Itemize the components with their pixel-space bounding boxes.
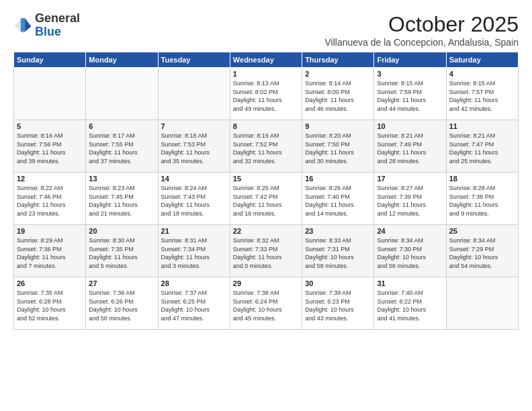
page: General Blue October 2025 Villanueva de …	[0, 0, 532, 411]
calendar-week-3: 19Sunrise: 8:29 AMSunset: 7:36 PMDayligh…	[14, 225, 519, 277]
day-info: Sunrise: 8:30 AMSunset: 7:35 PMDaylight:…	[89, 236, 154, 270]
day-number: 11	[449, 122, 515, 130]
day-number: 21	[161, 227, 227, 235]
day-number: 7	[161, 122, 227, 130]
day-info: Sunrise: 8:15 AMSunset: 7:59 PMDaylight:…	[377, 79, 443, 113]
table-row: 12Sunrise: 8:22 AMSunset: 7:46 PMDayligh…	[14, 173, 86, 225]
logo: General Blue	[13, 12, 80, 39]
day-number: 13	[89, 175, 154, 183]
table-row: 24Sunrise: 8:34 AMSunset: 7:30 PMDayligh…	[374, 225, 446, 277]
day-number: 9	[305, 122, 371, 130]
day-number: 1	[233, 70, 299, 78]
day-info: Sunrise: 8:17 AMSunset: 7:55 PMDaylight:…	[89, 132, 154, 165]
day-number: 29	[233, 279, 299, 287]
table-row: 11Sunrise: 8:21 AMSunset: 7:47 PMDayligh…	[446, 120, 518, 173]
table-row: 8Sunrise: 8:19 AMSunset: 7:52 PMDaylight…	[230, 120, 302, 173]
day-number: 24	[377, 227, 443, 235]
table-row	[158, 68, 230, 120]
day-info: Sunrise: 8:24 AMSunset: 7:43 PMDaylight:…	[161, 184, 227, 218]
logo-text: General Blue	[35, 12, 80, 39]
day-info: Sunrise: 8:33 AMSunset: 7:31 PMDaylight:…	[305, 236, 371, 270]
calendar-week-0: 1Sunrise: 8:13 AMSunset: 8:02 PMDaylight…	[14, 68, 519, 120]
logo-blue: Blue	[35, 25, 61, 38]
day-info: Sunrise: 8:34 AMSunset: 7:30 PMDaylight:…	[377, 236, 443, 270]
day-number: 28	[161, 279, 227, 287]
day-number: 25	[449, 227, 515, 235]
table-row: 2Sunrise: 8:14 AMSunset: 8:00 PMDaylight…	[302, 68, 374, 120]
table-row: 20Sunrise: 8:30 AMSunset: 7:35 PMDayligh…	[86, 225, 158, 277]
table-row: 25Sunrise: 8:34 AMSunset: 7:29 PMDayligh…	[446, 225, 518, 277]
col-wednesday: Wednesday	[230, 52, 302, 68]
table-row	[14, 68, 86, 120]
table-row: 6Sunrise: 8:17 AMSunset: 7:55 PMDaylight…	[86, 120, 158, 173]
day-number: 23	[305, 227, 371, 235]
day-info: Sunrise: 8:28 AMSunset: 7:38 PMDaylight:…	[449, 184, 515, 218]
day-number: 27	[89, 279, 154, 287]
day-info: Sunrise: 8:16 AMSunset: 7:56 PMDaylight:…	[17, 132, 83, 165]
day-info: Sunrise: 8:26 AMSunset: 7:40 PMDaylight:…	[305, 184, 371, 218]
day-number: 10	[377, 122, 443, 130]
table-row: 5Sunrise: 8:16 AMSunset: 7:56 PMDaylight…	[14, 120, 86, 173]
day-info: Sunrise: 8:21 AMSunset: 7:49 PMDaylight:…	[377, 132, 443, 165]
table-row: 16Sunrise: 8:26 AMSunset: 7:40 PMDayligh…	[302, 173, 374, 225]
day-number: 14	[161, 175, 227, 183]
day-info: Sunrise: 8:25 AMSunset: 7:42 PMDaylight:…	[233, 184, 299, 218]
col-thursday: Thursday	[302, 52, 374, 68]
calendar-week-2: 12Sunrise: 8:22 AMSunset: 7:46 PMDayligh…	[14, 173, 519, 225]
col-tuesday: Tuesday	[158, 52, 230, 68]
day-info: Sunrise: 7:36 AMSunset: 6:26 PMDaylight:…	[89, 289, 154, 322]
table-row: 28Sunrise: 7:37 AMSunset: 6:25 PMDayligh…	[158, 277, 230, 330]
day-number: 26	[17, 279, 83, 287]
day-number: 30	[305, 279, 371, 287]
day-number: 16	[305, 175, 371, 183]
table-row: 7Sunrise: 8:18 AMSunset: 7:53 PMDaylight…	[158, 120, 230, 173]
day-number: 18	[449, 175, 515, 183]
calendar: Sunday Monday Tuesday Wednesday Thursday…	[13, 52, 519, 330]
day-number: 6	[89, 122, 154, 130]
logo-general: General	[35, 11, 80, 25]
day-number: 12	[17, 175, 83, 183]
col-monday: Monday	[86, 52, 158, 68]
subtitle: Villanueva de la Concepcion, Andalusia, …	[324, 37, 519, 48]
day-info: Sunrise: 7:39 AMSunset: 6:23 PMDaylight:…	[305, 289, 371, 322]
table-row: 21Sunrise: 8:31 AMSunset: 7:34 PMDayligh…	[158, 225, 230, 277]
month-title: October 2025	[324, 12, 519, 37]
day-number: 2	[305, 70, 371, 78]
day-info: Sunrise: 7:35 AMSunset: 6:28 PMDaylight:…	[17, 289, 83, 322]
day-info: Sunrise: 8:14 AMSunset: 8:00 PMDaylight:…	[305, 79, 371, 113]
day-info: Sunrise: 8:20 AMSunset: 7:50 PMDaylight:…	[305, 132, 371, 165]
table-row: 22Sunrise: 8:32 AMSunset: 7:33 PMDayligh…	[230, 225, 302, 277]
table-row: 3Sunrise: 8:15 AMSunset: 7:59 PMDaylight…	[374, 68, 446, 120]
day-info: Sunrise: 7:37 AMSunset: 6:25 PMDaylight:…	[161, 289, 227, 322]
table-row: 26Sunrise: 7:35 AMSunset: 6:28 PMDayligh…	[14, 277, 86, 330]
table-row: 29Sunrise: 7:38 AMSunset: 6:24 PMDayligh…	[230, 277, 302, 330]
day-info: Sunrise: 8:19 AMSunset: 7:52 PMDaylight:…	[233, 132, 299, 165]
table-row: 14Sunrise: 8:24 AMSunset: 7:43 PMDayligh…	[158, 173, 230, 225]
table-row: 30Sunrise: 7:39 AMSunset: 6:23 PMDayligh…	[302, 277, 374, 330]
title-block: October 2025 Villanueva de la Concepcion…	[324, 12, 519, 48]
header: General Blue October 2025 Villanueva de …	[13, 12, 519, 48]
day-info: Sunrise: 8:29 AMSunset: 7:36 PMDaylight:…	[17, 236, 83, 270]
table-row: 31Sunrise: 7:40 AMSunset: 6:22 PMDayligh…	[374, 277, 446, 330]
day-number: 31	[377, 279, 443, 287]
day-number: 5	[17, 122, 83, 130]
day-number: 8	[233, 122, 299, 130]
day-info: Sunrise: 7:40 AMSunset: 6:22 PMDaylight:…	[377, 289, 443, 322]
calendar-week-1: 5Sunrise: 8:16 AMSunset: 7:56 PMDaylight…	[14, 120, 519, 173]
table-row: 17Sunrise: 8:27 AMSunset: 7:39 PMDayligh…	[374, 173, 446, 225]
table-row	[446, 277, 518, 330]
calendar-week-4: 26Sunrise: 7:35 AMSunset: 6:28 PMDayligh…	[14, 277, 519, 330]
col-friday: Friday	[374, 52, 446, 68]
table-row: 9Sunrise: 8:20 AMSunset: 7:50 PMDaylight…	[302, 120, 374, 173]
day-info: Sunrise: 8:13 AMSunset: 8:02 PMDaylight:…	[233, 79, 299, 113]
day-info: Sunrise: 8:23 AMSunset: 7:45 PMDaylight:…	[89, 184, 154, 218]
day-number: 17	[377, 175, 443, 183]
table-row: 4Sunrise: 8:15 AMSunset: 7:57 PMDaylight…	[446, 68, 518, 120]
table-row: 13Sunrise: 8:23 AMSunset: 7:45 PMDayligh…	[86, 173, 158, 225]
day-info: Sunrise: 8:31 AMSunset: 7:34 PMDaylight:…	[161, 236, 227, 270]
table-row: 23Sunrise: 8:33 AMSunset: 7:31 PMDayligh…	[302, 225, 374, 277]
day-info: Sunrise: 8:34 AMSunset: 7:29 PMDaylight:…	[449, 236, 515, 270]
day-info: Sunrise: 8:21 AMSunset: 7:47 PMDaylight:…	[449, 132, 515, 165]
day-number: 19	[17, 227, 83, 235]
table-row: 1Sunrise: 8:13 AMSunset: 8:02 PMDaylight…	[230, 68, 302, 120]
